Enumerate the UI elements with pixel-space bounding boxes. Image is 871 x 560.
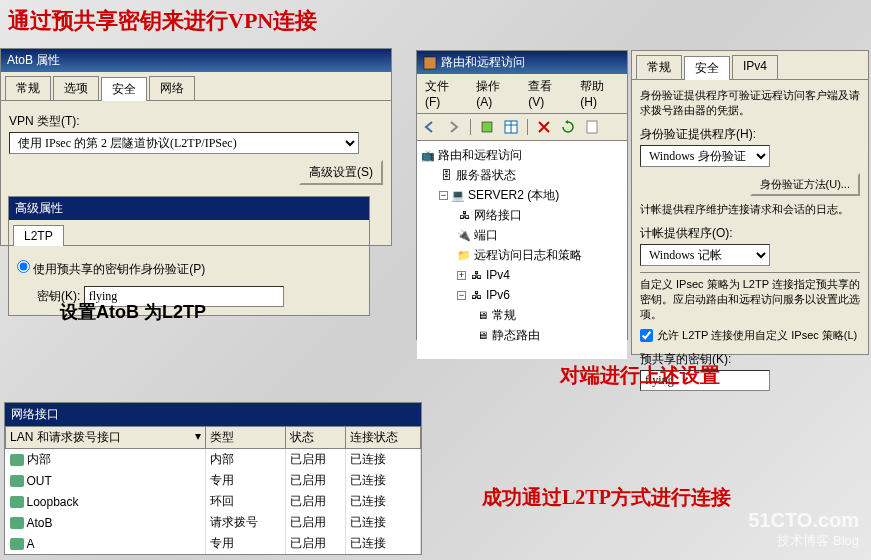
status-icon: 🗄 (439, 168, 453, 182)
tree-server2[interactable]: −💻SERVER2 (本地) (421, 185, 623, 205)
titlebar-text: AtoB 属性 (7, 52, 60, 69)
expand-icon[interactable]: + (457, 271, 466, 280)
dropdown-icon[interactable]: ▾ (195, 429, 201, 443)
svg-rect-1 (482, 122, 492, 132)
connection-icon (10, 496, 24, 508)
watermark: 51CTO.com 技术博客 Blog (748, 509, 859, 550)
watermark-line2: 技术博客 Blog (748, 532, 859, 550)
rras-window: 路由和远程访问 文件(F) 操作(A) 查看(V) 帮助(H) 📺路由和远程访问… (416, 50, 628, 340)
rras-toolbar (417, 114, 627, 141)
success-heading: 成功通过L2TP方式进行连接 (482, 484, 731, 511)
collapse-icon[interactable]: − (457, 291, 466, 300)
auth-provider-desc: 身份验证提供程序可验证远程访问客户端及请求拨号路由器的凭据。 (640, 88, 860, 118)
netif-icon: 🖧 (457, 208, 471, 222)
col-type-header[interactable]: 类型 (206, 427, 286, 449)
connection-icon (10, 517, 24, 529)
auth-provider-select[interactable]: Windows 身份验证 (640, 145, 770, 167)
delete-icon[interactable] (534, 117, 554, 137)
ipv4-icon: 🖧 (469, 268, 483, 282)
properties-icon[interactable] (582, 117, 602, 137)
computer-icon: 💻 (451, 188, 465, 202)
refresh-icon[interactable] (558, 117, 578, 137)
connection-icon (10, 454, 24, 466)
allow-l2tp-checkbox[interactable] (640, 329, 653, 342)
main-heading: 通过预共享密钥来进行VPN连接 (8, 6, 317, 36)
tree-ipv4[interactable]: +🖧IPv4 (421, 265, 623, 285)
acct-select[interactable]: Windows 记帐 (640, 244, 770, 266)
set-l2tp-heading: 设置AtoB 为L2TP (60, 300, 206, 324)
tree-ports[interactable]: 🔌端口 (421, 225, 623, 245)
rras-icon (423, 56, 437, 70)
adv-props-title: 高级属性 (9, 197, 369, 220)
rras-titlebar: 路由和远程访问 (417, 51, 627, 74)
tab-sec-ipv4[interactable]: IPv4 (732, 55, 778, 79)
security-panel-window: 常规 安全 IPv4 身份验证提供程序可验证远程访问客户端及请求拨号路由器的凭据… (631, 50, 869, 355)
sec-panel-body: 身份验证提供程序可验证远程访问客户端及请求拨号路由器的凭据。 身份验证提供程序(… (632, 80, 868, 354)
tab-network[interactable]: 网络 (149, 76, 195, 100)
advanced-settings-button[interactable]: 高级设置(S) (299, 160, 383, 185)
tree-remote-log[interactable]: 📁远程访问日志和策略 (421, 245, 623, 265)
table-row[interactable]: A专用已启用已连接 (6, 533, 421, 554)
tab-security[interactable]: 安全 (101, 77, 147, 101)
auth-provider-label: 身份验证提供程序(H): (640, 126, 756, 143)
radio-psk-row[interactable]: 使用预共享的密钥作身份验证(P) (17, 260, 361, 278)
collapse-icon[interactable]: − (439, 191, 448, 200)
menu-file[interactable]: 文件(F) (419, 76, 468, 111)
svg-rect-0 (424, 57, 436, 69)
custom-ipsec-desc: 自定义 IPsec 策略为 L2TP 连接指定预共享的密钥。应启动路由和远程访问… (640, 272, 860, 322)
tree-root[interactable]: 📺路由和远程访问 (421, 145, 623, 165)
ipv6-icon: 🖧 (469, 288, 483, 302)
tree-static-route[interactable]: 🖥静态路由 (421, 325, 623, 345)
advanced-properties-window: 高级属性 L2TP 使用预共享的密钥作身份验证(P) 密钥(K): (8, 196, 370, 316)
tree-status[interactable]: 🗄服务器状态 (421, 165, 623, 185)
table-row[interactable]: Loopback环回已启用已连接 (6, 491, 421, 512)
tab-general[interactable]: 常规 (5, 76, 51, 100)
tab-sec-security[interactable]: 安全 (684, 56, 730, 80)
rras-tree: 📺路由和远程访问 🗄服务器状态 −💻SERVER2 (本地) 🖧网络接口 🔌端口… (417, 141, 627, 359)
tab-options[interactable]: 选项 (53, 76, 99, 100)
col-name-header[interactable]: LAN 和请求拨号接口 ▾ (6, 427, 206, 449)
table-row[interactable]: 内部内部已启用已连接 (6, 449, 421, 471)
auth-method-button[interactable]: 身份验证方法(U)... (750, 173, 860, 196)
tree-general[interactable]: 🖥常规 (421, 305, 623, 325)
general-icon: 🖥 (475, 308, 489, 322)
atob-tabs: 常规 选项 安全 网络 (1, 72, 391, 101)
col-status-header[interactable]: 状态 (286, 427, 346, 449)
ports-icon: 🔌 (457, 228, 471, 242)
col-conn-header[interactable]: 连接状态 (346, 427, 421, 449)
connection-icon (10, 475, 24, 487)
acct-label: 计帐提供程序(O): (640, 225, 733, 242)
table-row[interactable]: AtoB请求拨号已启用已连接 (6, 512, 421, 533)
menu-action[interactable]: 操作(A) (470, 76, 520, 111)
toolbar-separator (527, 119, 528, 135)
vpn-type-select[interactable]: 使用 IPsec 的第 2 层隧道协议(L2TP/IPSec) (9, 132, 359, 154)
netif-title: 网络接口 (5, 403, 421, 426)
svg-rect-5 (587, 121, 597, 133)
tab-sec-general[interactable]: 常规 (636, 55, 682, 79)
rras-title-text: 路由和远程访问 (441, 54, 525, 71)
menu-view[interactable]: 查看(V) (522, 76, 572, 111)
netif-table-window: 网络接口 LAN 和请求拨号接口 ▾ 类型 状态 连接状态 内部内部已启用已连接… (4, 402, 422, 555)
back-icon[interactable] (420, 117, 440, 137)
adv-tabs: L2TP (9, 220, 369, 246)
tree-ipv6[interactable]: −🖧IPv6 (421, 285, 623, 305)
server-icon: 📺 (421, 148, 435, 162)
allow-l2tp-row[interactable]: 允许 L2TP 连接使用自定义 IPsec 策略(L) (640, 328, 860, 343)
tab-l2tp[interactable]: L2TP (13, 225, 64, 246)
radio-psk[interactable] (17, 260, 30, 273)
tree-netif[interactable]: 🖧网络接口 (421, 205, 623, 225)
add-icon[interactable] (477, 117, 497, 137)
connection-icon (10, 538, 24, 550)
forward-icon[interactable] (444, 117, 464, 137)
menu-help[interactable]: 帮助(H) (574, 76, 625, 111)
peer-heading: 对端进行上述设置 (560, 362, 720, 389)
atob-titlebar: AtoB 属性 (1, 49, 391, 72)
route-icon: 🖥 (475, 328, 489, 342)
acct-desc: 计帐提供程序维护连接请求和会话的日志。 (640, 202, 860, 217)
table-icon[interactable] (501, 117, 521, 137)
watermark-line1: 51CTO.com (748, 509, 859, 532)
folder-icon: 📁 (457, 248, 471, 262)
table-row[interactable]: OUT专用已启用已连接 (6, 470, 421, 491)
vpn-type-label: VPN 类型(T): (9, 113, 80, 130)
sec-tabs: 常规 安全 IPv4 (632, 51, 868, 80)
